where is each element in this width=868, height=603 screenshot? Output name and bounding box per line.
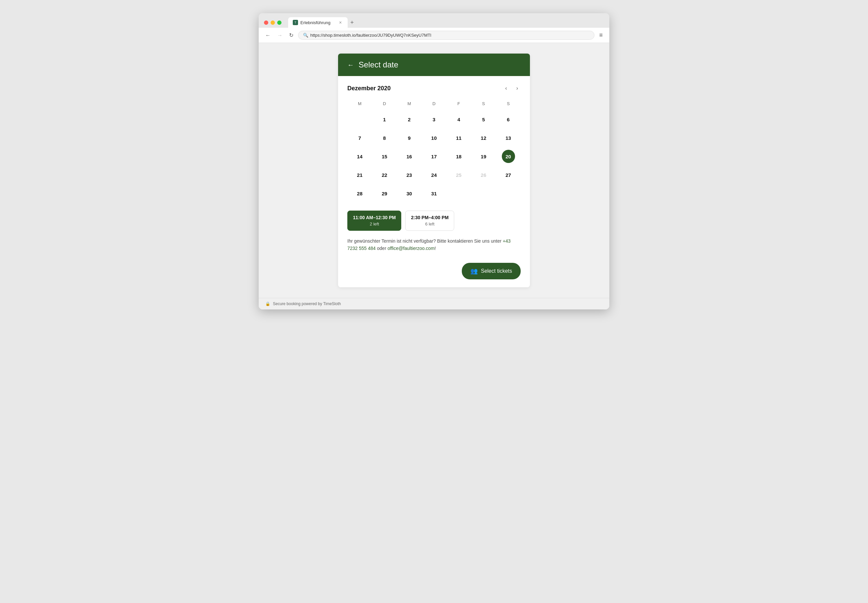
browser-controls: T Erlebnisführung × + xyxy=(264,17,604,28)
day-13[interactable]: 13 xyxy=(502,131,515,144)
calendar-cell[interactable]: 11 xyxy=(446,128,471,147)
address-bar[interactable]: 🔍 https://shop.timesloth.io/faultierzoo/… xyxy=(298,31,594,40)
browser-content: ← Select date Dezember 2020 ‹ › M xyxy=(259,43,609,298)
calendar-cell[interactable]: 20 xyxy=(496,147,521,165)
day-15[interactable]: 15 xyxy=(378,150,391,163)
day-3[interactable]: 3 xyxy=(427,113,441,126)
info-text: Ihr gewünschter Termin ist nicht verfügb… xyxy=(338,237,530,259)
day-18[interactable]: 18 xyxy=(452,150,465,163)
browser-menu-button[interactable]: ≡ xyxy=(597,30,605,40)
day-21[interactable]: 21 xyxy=(353,168,366,181)
day-9[interactable]: 9 xyxy=(403,131,416,144)
calendar-cell[interactable]: 30 xyxy=(397,184,422,203)
day-22[interactable]: 22 xyxy=(378,168,391,181)
footer-text: Secure booking powered by TimeSloth xyxy=(273,302,341,306)
day-16[interactable]: 16 xyxy=(403,150,416,163)
day-23[interactable]: 23 xyxy=(403,168,416,181)
calendar-cell[interactable]: 3 xyxy=(422,110,446,128)
weekday-fri: F xyxy=(446,99,471,110)
day-12[interactable]: 12 xyxy=(477,131,490,144)
calendar-cell[interactable]: 25 xyxy=(446,165,471,184)
timeslot-afternoon-time: 2:30 PM–4:00 PM xyxy=(411,215,448,220)
forward-nav-button[interactable]: → xyxy=(275,31,284,40)
day-10[interactable]: 10 xyxy=(427,131,441,144)
calendar-cell[interactable]: 29 xyxy=(372,184,397,203)
info-email-link[interactable]: office@faultierzoo.com xyxy=(388,246,434,251)
calendar-cell[interactable]: 22 xyxy=(372,165,397,184)
calendar-cell[interactable]: 31 xyxy=(422,184,446,203)
calendar-cell[interactable]: 7 xyxy=(347,128,372,147)
calendar-cell xyxy=(347,110,372,128)
prev-month-button[interactable]: ‹ xyxy=(502,84,510,93)
calendar-cell[interactable]: 12 xyxy=(471,128,496,147)
booking-widget: ← Select date Dezember 2020 ‹ › M xyxy=(338,54,530,287)
calendar-cell[interactable]: 6 xyxy=(496,110,521,128)
calendar-cell[interactable]: 15 xyxy=(372,147,397,165)
day-11[interactable]: 11 xyxy=(452,131,465,144)
close-button[interactable] xyxy=(264,20,268,25)
day-4[interactable]: 4 xyxy=(452,113,465,126)
day-27[interactable]: 27 xyxy=(502,168,515,181)
header-back-button[interactable]: ← xyxy=(347,61,354,69)
day-2[interactable]: 2 xyxy=(403,113,416,126)
calendar-cell[interactable]: 13 xyxy=(496,128,521,147)
day-29[interactable]: 29 xyxy=(378,187,391,200)
day-30[interactable]: 30 xyxy=(403,187,416,200)
day-17[interactable]: 17 xyxy=(427,150,441,163)
calendar-cell[interactable]: 19 xyxy=(471,147,496,165)
calendar-cell xyxy=(446,184,471,203)
day-5[interactable]: 5 xyxy=(477,113,490,126)
calendar-cell[interactable]: 26 xyxy=(471,165,496,184)
calendar-cell[interactable]: 8 xyxy=(372,128,397,147)
calendar-cell[interactable]: 16 xyxy=(397,147,422,165)
calendar-cell[interactable]: 28 xyxy=(347,184,372,203)
timeslot-afternoon[interactable]: 2:30 PM–4:00 PM 6 left xyxy=(405,210,454,231)
calendar-cell[interactable]: 18 xyxy=(446,147,471,165)
widget-header: ← Select date xyxy=(338,54,530,76)
day-19[interactable]: 19 xyxy=(477,150,490,163)
maximize-button[interactable] xyxy=(277,20,282,25)
calendar-cell[interactable]: 2 xyxy=(397,110,422,128)
day-8[interactable]: 8 xyxy=(378,131,391,144)
tab-favicon: T xyxy=(293,20,298,25)
day-24[interactable]: 24 xyxy=(427,168,441,181)
day-1[interactable]: 1 xyxy=(378,113,391,126)
day-6[interactable]: 6 xyxy=(502,113,515,126)
calendar-cell[interactable]: 10 xyxy=(422,128,446,147)
info-text-or: oder xyxy=(376,246,388,251)
calendar-cell[interactable]: 4 xyxy=(446,110,471,128)
info-text-before: Ihr gewünschter Termin ist nicht verfügb… xyxy=(347,238,503,244)
minimize-button[interactable] xyxy=(271,20,275,25)
weekday-thu: D xyxy=(422,99,446,110)
tab-close-button[interactable]: × xyxy=(338,20,343,25)
next-month-button[interactable]: › xyxy=(514,84,521,93)
calendar-cell[interactable]: 14 xyxy=(347,147,372,165)
day-31[interactable]: 31 xyxy=(427,187,441,200)
calendar-cell[interactable]: 24 xyxy=(422,165,446,184)
timeslot-morning[interactable]: 11:00 AM–12:30 PM 2 left xyxy=(347,210,401,231)
calendar-row: 28293031 xyxy=(347,184,521,203)
refresh-nav-button[interactable]: ↻ xyxy=(287,31,295,40)
calendar-cell xyxy=(471,184,496,203)
calendar-cell[interactable]: 1 xyxy=(372,110,397,128)
day-28[interactable]: 28 xyxy=(353,187,366,200)
active-tab[interactable]: T Erlebnisführung × xyxy=(288,17,348,28)
calendar-cell[interactable]: 27 xyxy=(496,165,521,184)
address-bar-search-icon: 🔍 xyxy=(303,33,308,38)
back-nav-button[interactable]: ← xyxy=(263,31,273,40)
day-7[interactable]: 7 xyxy=(353,131,366,144)
traffic-lights xyxy=(264,20,282,25)
new-tab-button[interactable]: + xyxy=(348,18,356,28)
widget-footer: 👥 Select tickets xyxy=(338,259,530,287)
widget-title: Select date xyxy=(358,60,398,70)
calendar-cell[interactable]: 21 xyxy=(347,165,372,184)
day-14[interactable]: 14 xyxy=(353,150,366,163)
calendar-cell[interactable]: 23 xyxy=(397,165,422,184)
timeslots-section: 11:00 AM–12:30 PM 2 left 2:30 PM–4:00 PM… xyxy=(338,210,530,237)
calendar-cell[interactable]: 9 xyxy=(397,128,422,147)
calendar-cell[interactable]: 17 xyxy=(422,147,446,165)
weekday-mon: M xyxy=(347,99,372,110)
day-20[interactable]: 20 xyxy=(502,150,515,163)
select-tickets-button[interactable]: 👥 Select tickets xyxy=(462,263,521,279)
calendar-cell[interactable]: 5 xyxy=(471,110,496,128)
